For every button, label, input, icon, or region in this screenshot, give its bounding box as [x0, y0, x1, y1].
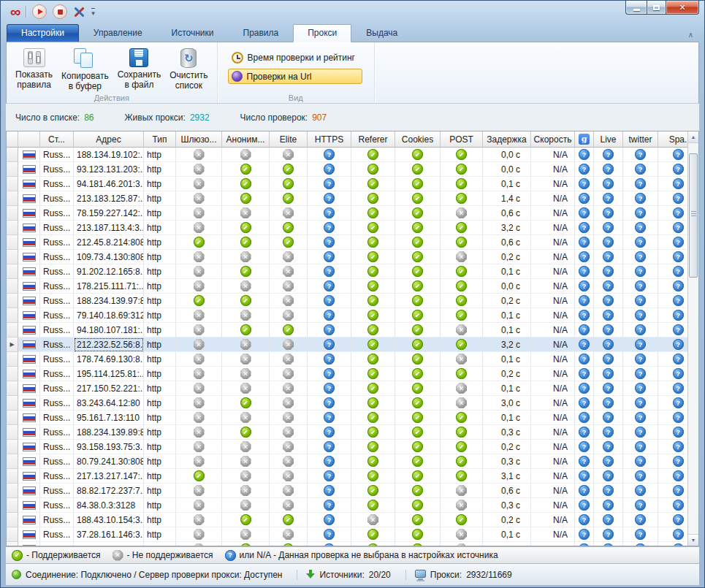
table-row[interactable]: Russ...188.234.139.89:80http✕✔✕?✔✔✔0,3 с… — [7, 425, 698, 440]
question-icon: ? — [603, 470, 614, 481]
check-cell: ✔ — [270, 235, 308, 250]
country-cell: Russ... — [40, 527, 74, 542]
table-row[interactable]: Russ...95.161.7.13:110http✕✕✕?✔✔✔0,1 сN/… — [7, 411, 698, 425]
ball-icon — [232, 71, 243, 82]
table-row[interactable]: Russ...217.150.52.221:...http✕✕✕?✔✔✕0,1 … — [7, 381, 698, 396]
column-header-cookies[interactable]: Cookies — [395, 131, 441, 148]
table-row[interactable]: Russ...178.74.69.130:8...http✕✕✕?✔✔✕0,1 … — [7, 352, 698, 367]
table-row[interactable]: Russ...91.202.12.165:8...http✕✔✕?✔✔✔0,1 … — [7, 264, 698, 279]
tab-settings[interactable]: Настройки — [7, 24, 79, 42]
minimize-button[interactable] — [625, 1, 647, 15]
table-row[interactable]: Russ...93.158.193.75:3...http✕✕✕?✔✔✔0,2 … — [7, 440, 698, 454]
check-cell: ✕ — [441, 206, 483, 221]
column-header-flag[interactable] — [18, 131, 40, 148]
row-marker-cell — [7, 484, 18, 498]
tab-proxy[interactable]: Прокси — [293, 24, 351, 42]
check-cell: ✔ — [441, 162, 483, 177]
table-row[interactable]: Russ...213.187.113.4:3...http✕✔✔?✔✔✔3,2 … — [7, 221, 698, 235]
table-row[interactable]: Russ...94.180.107.181:...http✕✔✔?✔✔✕0,1 … — [7, 323, 698, 337]
table-row[interactable]: Russ...188.43.10.154:3...http✕✔✔?✕✔✔0,2 … — [7, 513, 698, 527]
vertical-scrollbar[interactable]: ▲ ▼ — [687, 131, 698, 546]
check-cell: ✕ — [270, 484, 308, 498]
close-button[interactable]: ✕ — [666, 1, 699, 15]
table-row[interactable]: Russ...80.79.241.30:8080http✕✕✕?✔✔✔0,3 с… — [7, 454, 698, 469]
start-check-button[interactable] — [32, 4, 47, 19]
table-row[interactable]: ✕✔✔?✔✔✕???? — [7, 542, 698, 546]
column-header-twitter[interactable]: twitter — [623, 131, 658, 148]
scroll-up-button[interactable]: ▲ — [688, 131, 698, 143]
column-header-anonymity[interactable]: Аноним... — [222, 131, 270, 148]
question-icon: ? — [635, 485, 646, 496]
tab-rules[interactable]: Правила — [229, 24, 294, 42]
column-header-delay[interactable]: Задержка — [483, 131, 531, 148]
table-row[interactable]: Russ...78.159.227.142:...http✕✕✕?✔✔✕0,6 … — [7, 206, 698, 221]
table-row[interactable]: Russ...84.38.0.3:3128http✕✕✕?✔✔✕0,3 сN/A… — [7, 498, 698, 513]
table-row[interactable]: Russ...217.13.217.147:...http✔✕✕?✔✔✔3,1 … — [7, 469, 698, 484]
column-header-speed[interactable]: Скорость — [531, 131, 575, 148]
tab-sources[interactable]: Источники — [157, 24, 229, 42]
table-row[interactable]: Russ...188.134.19.102:...http✕✕✕?✔✔✔0,0 … — [7, 148, 698, 162]
table-row[interactable]: Russ...88.82.172.237:7...http✕✕✕?✔✔✕0,6 … — [7, 484, 698, 498]
table-row[interactable]: Russ...83.243.64.12:80http✕✔✕?✔✔✕3,0 сN/… — [7, 396, 698, 411]
cross-icon: ✕ — [240, 456, 251, 467]
column-header-live[interactable]: Live — [594, 131, 623, 148]
check-cell: ✕ — [176, 396, 222, 411]
check-cell: ✔ — [395, 542, 441, 546]
column-header-post[interactable]: POST — [441, 131, 483, 148]
type-cell: http — [144, 162, 176, 177]
table-row[interactable]: Russ...93.123.131.203:...http✕✔✔?✔✔✔0,0 … — [7, 162, 698, 177]
check-cell: ✕ — [176, 221, 222, 235]
copy-to-clipboard-button[interactable]: Копировать в буфер — [57, 45, 113, 94]
column-header-address[interactable]: Адрес — [74, 131, 144, 148]
question-icon: ? — [635, 280, 646, 291]
tab-management[interactable]: Управление — [79, 24, 157, 42]
type-cell: http — [144, 411, 176, 425]
stop-check-button[interactable] — [53, 4, 67, 19]
tab-output[interactable]: Выдача — [351, 24, 412, 42]
type-cell — [144, 542, 176, 546]
table-row[interactable]: Russ...37.28.161.146:3...http✕✕✕?✔✔✕0,1 … — [7, 527, 698, 542]
legend-text: - Не поддерживается — [127, 550, 213, 560]
ribbon-group-view: Время проверки и рейтингПроверки на UrlВ… — [218, 42, 375, 103]
url-check-cell: ? — [575, 206, 594, 221]
column-header-google[interactable]: g — [575, 131, 594, 148]
table-row[interactable]: ▶Russ...212.232.52.56:8...http✕✕✕?✔✔✔3,2… — [7, 337, 698, 352]
row-marker-cell — [7, 148, 18, 162]
russia-flag-icon — [23, 384, 36, 393]
save-to-file-button[interactable]: Сохранить в файл — [113, 45, 166, 93]
maximize-button[interactable] — [647, 1, 666, 15]
column-header-referer[interactable]: Referer — [351, 131, 395, 148]
check-icon: ✔ — [240, 324, 251, 335]
table-row[interactable]: Russ...213.183.125.87:...http✕✔✔?✔✔✔1,4 … — [7, 191, 698, 206]
column-header-elite[interactable]: Elite — [270, 131, 308, 148]
cross-icon: ✕ — [194, 354, 205, 364]
column-header-type[interactable]: Тип — [144, 131, 176, 148]
table-row[interactable]: Russ...109.73.4.130:8080http✕✕✕?✔✔✕0,2 с… — [7, 250, 698, 264]
column-header-gateway[interactable]: Шлюзо... — [176, 131, 222, 148]
check-cell: ✕ — [270, 440, 308, 454]
table-row[interactable]: Russ...195.114.125.81:...http✕✕✕?✔✔✔0,2 … — [7, 367, 698, 381]
column-header-row-marker[interactable] — [7, 131, 18, 148]
table-row[interactable]: Russ...188.234.139.97:80http✔✔✕?✔✔✔0,2 с… — [7, 294, 698, 308]
check-cell: ✕ — [270, 279, 308, 294]
tools-icon[interactable] — [73, 6, 85, 18]
speed-cell: N/A — [531, 323, 575, 337]
column-header-https[interactable]: HTTPS — [308, 131, 351, 148]
table-row[interactable]: Russ...212.45.8.214:8080http✔✔✔?✔✔✔0,6 с… — [7, 235, 698, 250]
url-checks-button[interactable]: Проверки на Url — [228, 69, 362, 84]
scrollbar-thumb[interactable] — [689, 153, 698, 278]
show-rules-button[interactable]: Показать правила — [11, 45, 57, 93]
question-icon: ? — [635, 266, 646, 277]
table-row[interactable]: Russ...178.215.111.71:...http✕✕✕?✔✔✔0,0 … — [7, 279, 698, 294]
table-row[interactable]: Russ...94.181.46.201:3...http✕✔✔?✔✔✔0,1 … — [7, 177, 698, 191]
question-icon: ? — [579, 207, 590, 218]
clear-list-button[interactable]: Очистить список — [165, 45, 212, 93]
collapse-ribbon-chevron[interactable]: ∧ — [688, 31, 693, 39]
check-cell: ✔ — [441, 191, 483, 206]
cross-icon: ✕ — [456, 543, 467, 546]
scroll-down-button[interactable]: ▼ — [688, 534, 698, 546]
column-header-country[interactable]: Ст... — [40, 131, 74, 148]
quick-access-chevron-icon[interactable]: ▾ — [91, 8, 95, 16]
table-row[interactable]: Russ...79.140.18.69:3128http✕✕✕?✔✔✔0,1 с… — [7, 308, 698, 323]
check-time-rating-button[interactable]: Время проверки и рейтинг — [228, 50, 362, 66]
